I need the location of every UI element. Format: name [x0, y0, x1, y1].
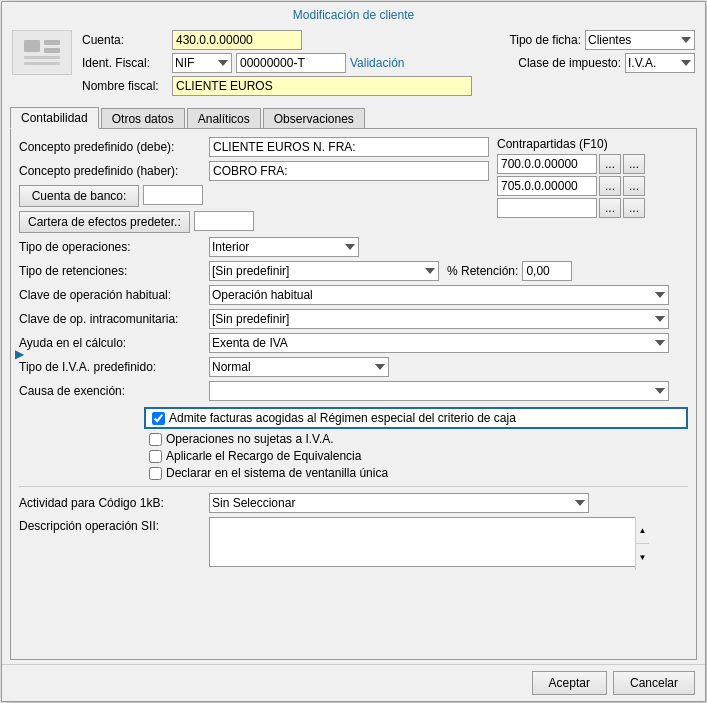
concepto-haber-label: Concepto predefinido (haber): [19, 164, 209, 178]
tipo-retenciones-select[interactable]: [Sin predefinir] [209, 261, 439, 281]
actividad-row: Actividad para Código 1kB: Sin Seleccion… [19, 493, 688, 513]
clave-op-habitual-label: Clave de operación habitual: [19, 288, 209, 302]
ventanilla-label: Declarar en el sistema de ventanilla úni… [166, 466, 388, 480]
contra-btn-3b[interactable]: ... [623, 198, 645, 218]
ayuda-calculo-label: Ayuda en el cálculo: [19, 336, 209, 350]
contra-row-3: ... ... [497, 198, 688, 218]
svg-rect-2 [44, 48, 60, 53]
nif-value-input[interactable] [236, 53, 346, 73]
pct-retencion-label: % Retención: [447, 264, 518, 278]
aceptar-button[interactable]: Aceptar [532, 671, 607, 695]
recargo-row: Aplicarle el Recargo de Equivalencia [149, 449, 688, 463]
concepto-haber-input[interactable] [209, 161, 489, 181]
svg-rect-1 [44, 40, 60, 45]
contra-btn-3a[interactable]: ... [599, 198, 621, 218]
arrow-indicator: ▶ [15, 347, 24, 361]
svg-rect-3 [24, 56, 60, 59]
cancelar-button[interactable]: Cancelar [613, 671, 695, 695]
descripcion-sii-row: Descripción operación SII: ▲ ▼ [19, 517, 688, 570]
tipo-ficha-select[interactable]: Clientes [585, 30, 695, 50]
ayuda-calculo-row: Ayuda en el cálculo: Exenta de IVA [19, 333, 688, 353]
tipo-iva-row: Tipo de I.V.A. predefinido: Normal [19, 357, 688, 377]
footer: Aceptar Cancelar [2, 664, 705, 701]
contra-btn-2a[interactable]: ... [599, 176, 621, 196]
no-sujeta-label: Operaciones no sujetas a I.V.A. [166, 432, 334, 446]
tipo-operaciones-label: Tipo de operaciones: [19, 240, 209, 254]
tipo-retenciones-label: Tipo de retenciones: [19, 264, 209, 278]
ventanilla-checkbox[interactable] [149, 467, 162, 480]
pct-retencion-input[interactable] [522, 261, 572, 281]
clase-impuesto-select[interactable]: I.V.A. [625, 53, 695, 73]
cuenta-label: Cuenta: [82, 33, 172, 47]
contra-btn-2b[interactable]: ... [623, 176, 645, 196]
cartera-row: Cartera de efectos predeter.: [19, 211, 489, 233]
clave-op-habitual-row: Clave de operación habitual: Operación h… [19, 285, 688, 305]
contra-btn-1b[interactable]: ... [623, 154, 645, 174]
ventanilla-row: Declarar en el sistema de ventanilla úni… [149, 466, 688, 480]
contrapartidas-title: Contrapartidas (F10) [497, 137, 688, 151]
tipo-iva-select[interactable]: Normal [209, 357, 389, 377]
main-dialog: Modificación de cliente Cuenta: Tipo de … [1, 1, 706, 702]
recargo-checkbox[interactable] [149, 450, 162, 463]
descripcion-sii-textarea[interactable] [209, 517, 649, 567]
tipo-operaciones-select[interactable]: Interior [209, 237, 359, 257]
clave-op-intracom-select[interactable]: [Sin predefinir] [209, 309, 669, 329]
concepto-debe-input[interactable] [209, 137, 489, 157]
actividad-select[interactable]: Sin Seleccionar [209, 493, 589, 513]
two-col-layout: Concepto predefinido (debe): Concepto pr… [19, 137, 688, 237]
nif-type-select[interactable]: NIF [172, 53, 232, 73]
no-sujeta-checkbox[interactable] [149, 433, 162, 446]
tab-content-contabilidad: ▶ Concepto predefinido (debe): Concepto … [10, 128, 697, 660]
cartera-input[interactable] [194, 211, 254, 231]
contra-btn-1a[interactable]: ... [599, 154, 621, 174]
cuenta-banco-row: Cuenta de banco: [19, 185, 489, 207]
nombre-fiscal-label: Nombre fiscal: [82, 79, 172, 93]
validacion-link[interactable]: Validación [350, 56, 404, 70]
contra-input-1[interactable] [497, 154, 597, 174]
tab-contabilidad[interactable]: Contabilidad [10, 107, 99, 129]
contra-row-2: ... ... [497, 176, 688, 196]
cuenta-banco-input[interactable] [143, 185, 203, 205]
ident-fiscal-label: Ident. Fiscal: [82, 56, 172, 70]
header-fields: Cuenta: Tipo de ficha: Clientes Ident. F… [82, 30, 695, 99]
no-sujeta-row: Operaciones no sujetas a I.V.A. [149, 432, 688, 446]
left-column: Concepto predefinido (debe): Concepto pr… [19, 137, 489, 237]
cartera-btn[interactable]: Cartera de efectos predeter.: [19, 211, 190, 233]
svg-rect-0 [24, 40, 40, 52]
tab-otros-datos[interactable]: Otros datos [101, 108, 185, 129]
tabs-header: Contabilidad Otros datos Analíticos Obse… [10, 106, 697, 128]
nombre-fiscal-input[interactable] [172, 76, 472, 96]
tipo-iva-label: Tipo de I.V.A. predefinido: [19, 360, 209, 374]
contra-input-2[interactable] [497, 176, 597, 196]
tipo-retenciones-row: Tipo de retenciones: [Sin predefinir] % … [19, 261, 688, 281]
cuenta-input[interactable] [172, 30, 302, 50]
clave-op-habitual-select[interactable]: Operación habitual [209, 285, 669, 305]
tab-analiticos[interactable]: Analíticos [187, 108, 261, 129]
clave-op-intracom-label: Clave de op. intracomunitaria: [19, 312, 209, 326]
scroll-up-btn[interactable]: ▲ [636, 517, 649, 544]
cuenta-banco-btn[interactable]: Cuenta de banco: [19, 185, 139, 207]
tab-area: Contabilidad Otros datos Analíticos Obse… [2, 106, 705, 664]
causa-exencion-select[interactable] [209, 381, 669, 401]
descripcion-sii-label: Descripción operación SII: [19, 517, 209, 533]
contra-input-3[interactable] [497, 198, 597, 218]
concepto-haber-row: Concepto predefinido (haber): [19, 161, 489, 181]
criterio-caja-label: Admite facturas acogidas al Régimen espe… [169, 411, 516, 425]
concepto-debe-label: Concepto predefinido (debe): [19, 140, 209, 154]
ayuda-calculo-select[interactable]: Exenta de IVA [209, 333, 669, 353]
contra-row-1: ... ... [497, 154, 688, 174]
causa-exencion-row: Causa de exención: [19, 381, 688, 401]
criterio-caja-row: Admite facturas acogidas al Régimen espe… [144, 407, 688, 429]
scroll-down-btn[interactable]: ▼ [636, 544, 649, 570]
header-area: Cuenta: Tipo de ficha: Clientes Ident. F… [2, 26, 705, 106]
recargo-label: Aplicarle el Recargo de Equivalencia [166, 449, 361, 463]
causa-exencion-label: Causa de exención: [19, 384, 209, 398]
concepto-debe-row: Concepto predefinido (debe): [19, 137, 489, 157]
tab-observaciones[interactable]: Observaciones [263, 108, 365, 129]
tipo-operaciones-row: Tipo de operaciones: Interior [19, 237, 688, 257]
separator [19, 486, 688, 487]
right-column: Contrapartidas (F10) ... ... ... ... [497, 137, 688, 237]
dialog-title: Modificación de cliente [2, 2, 705, 26]
actividad-label: Actividad para Código 1kB: [19, 496, 209, 510]
criterio-caja-checkbox[interactable] [152, 412, 165, 425]
